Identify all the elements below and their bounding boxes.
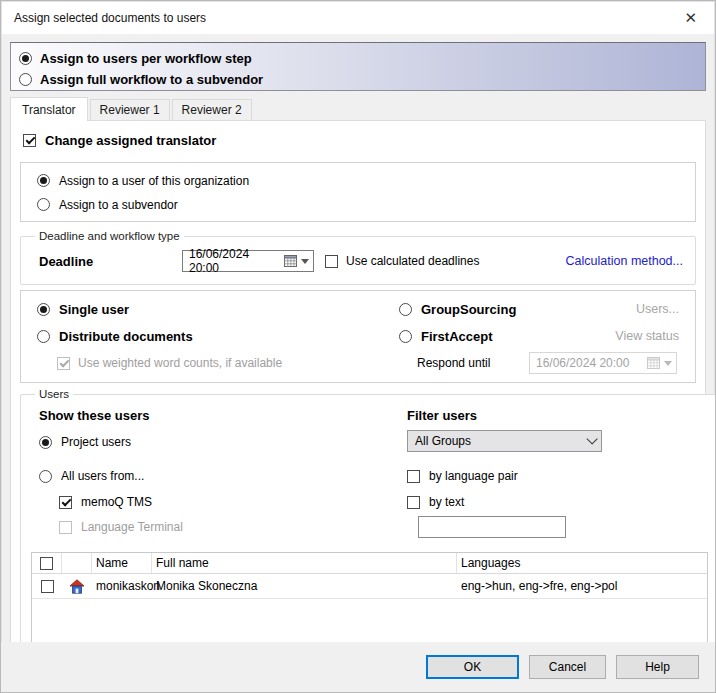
ok-button[interactable]: OK: [426, 655, 519, 679]
deadline-value: 16/06/2024 20:00: [189, 247, 280, 275]
project-users-option[interactable]: Project users: [39, 434, 407, 450]
all-users-from-radio[interactable]: [39, 470, 52, 483]
single-user-label: Single user: [59, 302, 129, 317]
dropdown-arrow-icon[interactable]: [301, 259, 309, 264]
assign-documents-dialog: Assign selected documents to users ✕ Ass…: [0, 0, 716, 693]
mode-full-workflow-subvendor[interactable]: Assign full workflow to a subvendor: [19, 69, 695, 90]
by-text-checkbox[interactable]: [407, 496, 420, 509]
single-user-radio[interactable]: [37, 303, 50, 316]
chevron-down-icon: [586, 433, 597, 444]
help-button[interactable]: Help: [616, 655, 699, 679]
group-filter-select[interactable]: All Groups: [407, 430, 602, 452]
assign-organization-radio[interactable]: [37, 174, 50, 187]
all-users-from-label: All users from...: [61, 469, 144, 483]
assign-organization-label: Assign to a user of this organization: [59, 174, 249, 188]
by-text-option[interactable]: by text: [407, 494, 708, 510]
tab-strip: Translator Reviewer 1 Reviewer 2: [10, 98, 706, 120]
title-bar: Assign selected documents to users ✕: [1, 1, 715, 34]
firstaccept-radio[interactable]: [399, 330, 412, 343]
deadline-groupbox-title: Deadline and workflow type: [35, 230, 184, 242]
text-filter-input[interactable]: [418, 516, 566, 538]
change-assigned-translator-checkbox[interactable]: [23, 134, 36, 147]
full-workflow-subvendor-radio[interactable]: [19, 73, 32, 86]
full-workflow-subvendor-label: Assign full workflow to a subvendor: [40, 72, 263, 87]
tab-reviewer-2[interactable]: Reviewer 2: [172, 99, 252, 120]
weighted-word-counts-label: Use weighted word counts, if available: [78, 356, 282, 370]
tab-reviewer-1[interactable]: Reviewer 1: [90, 99, 170, 120]
use-calculated-deadlines-checkbox[interactable]: [325, 255, 338, 268]
calculation-method-link[interactable]: Calculation method...: [566, 254, 683, 268]
single-user-option[interactable]: Single user: [37, 300, 399, 318]
assign-subvendor-label: Assign to a subvendor: [59, 198, 178, 212]
name-column-header[interactable]: Name: [92, 553, 152, 573]
groupsourcing-option[interactable]: GroupSourcing: [399, 300, 636, 318]
dialog-footer: OK Cancel Help: [1, 642, 715, 692]
mode-per-workflow-step[interactable]: Assign to users per workflow step: [19, 48, 695, 69]
groupsourcing-radio[interactable]: [399, 303, 412, 316]
by-language-pair-label: by language pair: [429, 469, 518, 483]
translator-tab-page: Change assigned translator Assign to a u…: [10, 120, 706, 646]
assign-subvendor-radio[interactable]: [37, 198, 50, 211]
weighted-word-counts-checkbox: [57, 357, 70, 370]
filter-users-heading: Filter users: [407, 408, 708, 424]
deadline-row: Deadline 16/06/2024 20:00: [39, 248, 686, 274]
respond-until-datetime-picker: 16/06/2024 20:00: [529, 352, 677, 374]
firstaccept-option[interactable]: FirstAccept: [399, 327, 615, 345]
distribute-documents-option[interactable]: Distribute documents: [37, 327, 399, 345]
by-language-pair-checkbox[interactable]: [407, 470, 420, 483]
respond-until-label: Respond until: [399, 356, 529, 370]
view-status-link: View status: [615, 329, 679, 343]
deadline-groupbox: Deadline and workflow type Deadline 16/0…: [20, 230, 696, 285]
user-name: monikaskon: [92, 574, 152, 598]
full-name-column-header[interactable]: Full name: [152, 553, 457, 573]
user-languages: eng->hun, eng->fre, eng->pol: [457, 574, 707, 598]
users-groupbox-title: Users: [35, 388, 73, 400]
languages-column-header[interactable]: Languages: [457, 553, 707, 573]
users-table: Name Full name Languages monikaskon Mo: [31, 552, 708, 646]
deadline-label: Deadline: [39, 254, 182, 269]
group-filter-value: All Groups: [415, 434, 586, 448]
calendar-icon: [284, 255, 297, 267]
deadline-datetime-picker[interactable]: 16/06/2024 20:00: [182, 250, 314, 272]
memoq-tms-checkbox[interactable]: [59, 496, 72, 509]
memoq-tms-label: memoQ TMS: [81, 495, 152, 509]
firstaccept-label: FirstAccept: [421, 329, 493, 344]
close-icon[interactable]: ✕: [678, 8, 703, 27]
table-row[interactable]: monikaskon Monika Skoneczna eng->hun, en…: [32, 574, 707, 599]
user-full-name: Monika Skoneczna: [152, 574, 457, 598]
distribute-documents-radio[interactable]: [37, 330, 50, 343]
users-table-empty-area: [32, 599, 707, 645]
change-assigned-translator-row[interactable]: Change assigned translator: [23, 130, 696, 150]
icon-column-header: [62, 553, 92, 573]
language-terminal-checkbox: [59, 521, 72, 534]
language-terminal-label: Language Terminal: [81, 520, 183, 534]
row-select-checkbox[interactable]: [41, 580, 54, 593]
use-calculated-deadlines-option[interactable]: Use calculated deadlines: [325, 254, 479, 268]
weighted-word-counts-option: Use weighted word counts, if available: [37, 356, 399, 370]
distribute-documents-label: Distribute documents: [59, 329, 193, 344]
cancel-button[interactable]: Cancel: [529, 655, 606, 679]
by-text-label: by text: [429, 495, 464, 509]
groupsourcing-label: GroupSourcing: [421, 302, 516, 317]
users-link: Users...: [636, 302, 679, 316]
assign-organization-option[interactable]: Assign to a user of this organization: [37, 171, 679, 190]
workflow-mode-panel: Assign to users per workflow step Assign…: [10, 42, 706, 91]
by-language-pair-option[interactable]: by language pair: [407, 468, 708, 484]
users-table-header: Name Full name Languages: [32, 553, 707, 574]
show-these-users-heading: Show these users: [39, 408, 407, 424]
use-calculated-deadlines-label: Use calculated deadlines: [346, 254, 479, 268]
respond-until-value: 16/06/2024 20:00: [536, 356, 643, 370]
memoq-tms-option[interactable]: memoQ TMS: [59, 494, 407, 510]
select-all-checkbox[interactable]: [40, 557, 53, 570]
dropdown-arrow-icon: [664, 361, 672, 366]
assign-subvendor-option[interactable]: Assign to a subvendor: [37, 195, 679, 214]
per-workflow-step-radio[interactable]: [19, 52, 32, 65]
change-assigned-translator-label: Change assigned translator: [45, 133, 216, 148]
project-users-label: Project users: [61, 435, 131, 449]
project-users-radio[interactable]: [39, 436, 52, 449]
all-users-from-option[interactable]: All users from...: [39, 468, 407, 484]
per-workflow-step-label: Assign to users per workflow step: [40, 51, 252, 66]
filter-users-column: Filter users All Groups by language pair…: [407, 408, 708, 538]
tab-translator[interactable]: Translator: [10, 97, 88, 121]
home-icon: [69, 579, 85, 594]
